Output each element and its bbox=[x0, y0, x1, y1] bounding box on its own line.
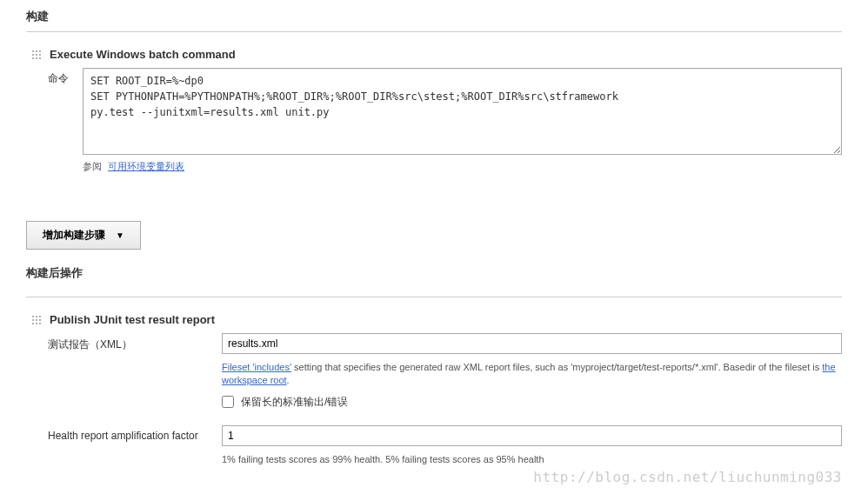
env-vars-link[interactable]: 可用环境变量列表 bbox=[108, 161, 184, 171]
svg-point-15 bbox=[32, 323, 34, 324]
fileset-help-text2: . bbox=[287, 375, 290, 385]
fileset-help-text1: setting that specifies the generated raw… bbox=[291, 362, 822, 372]
add-build-step-button[interactable]: 增加构建步骤 ▼ bbox=[26, 221, 141, 250]
svg-point-16 bbox=[36, 323, 37, 324]
svg-point-12 bbox=[32, 319, 34, 321]
report-xml-input[interactable] bbox=[222, 333, 842, 354]
svg-point-10 bbox=[36, 316, 37, 317]
svg-point-11 bbox=[39, 316, 41, 317]
add-step-label: 增加构建步骤 bbox=[43, 228, 105, 243]
drag-handle-icon[interactable] bbox=[30, 314, 43, 326]
watermark: http://blog.csdn.net/liuchunming033 bbox=[533, 469, 842, 485]
svg-point-14 bbox=[39, 319, 41, 321]
svg-point-13 bbox=[36, 319, 37, 321]
fileset-help: Fileset 'includes' setting that specifie… bbox=[222, 361, 842, 388]
build-title: 构建 bbox=[26, 9, 842, 24]
svg-point-17 bbox=[39, 323, 41, 324]
amplification-help: 1% failing tests scores as 99% health. 5… bbox=[222, 453, 842, 466]
fileset-includes-link[interactable]: Fileset 'includes' bbox=[222, 362, 291, 372]
svg-point-9 bbox=[32, 316, 34, 317]
step-header: Execute Windows batch command bbox=[30, 48, 842, 61]
step-title: Execute Windows batch command bbox=[50, 48, 236, 61]
step-header: Publish JUnit test result report bbox=[30, 313, 842, 326]
svg-point-4 bbox=[36, 54, 37, 56]
env-help-row: 参阅 可用环境变量列表 bbox=[83, 160, 842, 173]
post-build-step: Publish JUnit test result report 测试报告（XM… bbox=[26, 313, 842, 466]
command-input[interactable] bbox=[83, 68, 842, 155]
amplification-label: Health report amplification factor bbox=[48, 425, 222, 446]
svg-point-3 bbox=[32, 54, 34, 56]
build-step: Execute Windows batch command 命令 参阅 可用环境… bbox=[26, 48, 842, 173]
svg-point-2 bbox=[39, 50, 41, 52]
caret-down-icon: ▼ bbox=[116, 230, 124, 240]
help-label: 参阅 bbox=[83, 161, 102, 171]
retain-stdout-label: 保留长的标准输出/错误 bbox=[241, 395, 348, 410]
amplification-row: Health report amplification factor bbox=[48, 425, 842, 446]
report-xml-row: 测试报告（XML） bbox=[48, 333, 842, 354]
divider bbox=[26, 31, 842, 32]
drag-handle-icon[interactable] bbox=[30, 49, 43, 61]
svg-point-0 bbox=[32, 50, 34, 52]
report-xml-label: 测试报告（XML） bbox=[48, 333, 222, 354]
svg-point-7 bbox=[36, 57, 37, 59]
divider bbox=[26, 297, 842, 297]
retain-stdout-row: 保留长的标准输出/错误 bbox=[222, 395, 842, 410]
svg-point-5 bbox=[39, 54, 41, 56]
publish-junit-title: Publish JUnit test result report bbox=[50, 313, 215, 326]
svg-point-6 bbox=[32, 57, 34, 59]
build-section: 构建 Execute Windows batch command 命令 bbox=[26, 9, 842, 466]
post-build-title: 构建后操作 bbox=[26, 265, 842, 281]
svg-point-1 bbox=[36, 50, 37, 52]
retain-stdout-checkbox[interactable] bbox=[222, 396, 234, 408]
amplification-input[interactable] bbox=[222, 425, 842, 446]
svg-point-8 bbox=[39, 57, 41, 59]
command-row: 命令 bbox=[48, 68, 842, 155]
command-label: 命令 bbox=[48, 68, 83, 155]
